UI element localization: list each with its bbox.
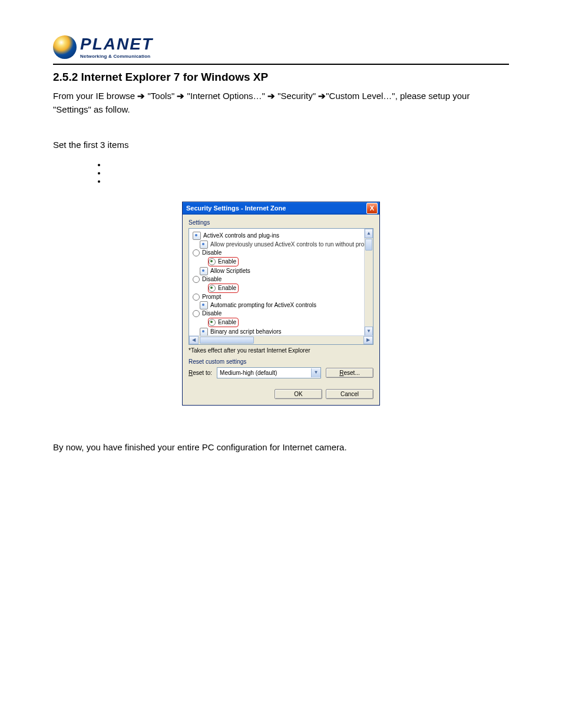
settings-listbox[interactable]: ActiveX controls and plug-ins Allow prev… [189,228,373,345]
titlebar[interactable]: Security Settings - Internet Zone X [183,202,379,215]
select-value: Medium-high (default) [220,370,277,376]
settings-label: Settings [189,219,373,226]
scroll-right-button[interactable]: ▶ [363,336,373,344]
close-icon: X [370,205,374,212]
scroll-up-button[interactable]: ▲ [365,229,373,238]
ok-button[interactable]: OK [275,389,322,399]
arrow-icon: ➔ [137,91,145,101]
subheading: Set the first 3 items [53,139,509,152]
highlight-enable: Enable [208,257,239,266]
activex-icon [193,232,201,240]
radio-disable[interactable]: Disable [193,249,373,256]
list-item [106,177,509,180]
scroll-thumb[interactable] [365,239,372,251]
globe-icon [53,35,77,59]
highlight-enable: Enable [208,284,239,293]
tree-item: Allow Scriptlets [210,268,250,274]
reset-section-label: Reset custom settings [189,358,373,365]
highlight-enable: Enable [208,318,239,327]
arrow-icon: ➔ [177,91,184,101]
separator [53,64,509,65]
list-item [106,160,509,164]
tree-item: Binary and script behaviors [210,328,282,335]
radio-disable[interactable]: Disable [193,310,373,317]
tree-item: Allow previously unused ActiveX controls… [210,241,369,248]
cancel-button[interactable]: Cancel [326,389,373,399]
reset-to-label: Reset to: [189,370,212,376]
horizontal-scrollbar[interactable]: ◀ ▶ [189,335,373,344]
close-button[interactable]: X [366,203,378,214]
section-heading: 2.5.2 Internet Explorer 7 for Windows XP [53,71,509,84]
intro-paragraph: From your IE browse ➔ "Tools" ➔ "Interne… [53,90,509,116]
tree-item: Automatic prompting for ActiveX controls [210,302,316,308]
list-item [106,169,509,172]
brand-name: PLANET [80,36,153,52]
security-settings-dialog: Security Settings - Internet Zone X Sett… [182,202,380,406]
reset-level-select[interactable]: Medium-high (default) ▼ [217,367,321,378]
setting-icon [200,267,208,275]
bullet-list [82,160,509,180]
logo: PLANET Networking & Communication [53,35,509,59]
brand-tagline: Networking & Communication [80,54,153,59]
closing-paragraph: By now, you have finished your entire PC… [53,441,509,454]
arrow-icon: ➔ [318,91,326,101]
setting-icon [200,301,208,309]
dialog-title: Security Settings - Internet Zone [186,205,286,212]
radio-disable[interactable]: Disable [193,276,373,283]
vertical-scrollbar[interactable]: ▲ ▼ [364,229,373,336]
radio-enable[interactable]: Enable [209,258,236,265]
radio-enable[interactable]: Enable [209,319,236,326]
scroll-left-button[interactable]: ◀ [189,336,199,344]
chevron-down-icon[interactable]: ▼ [311,368,320,377]
tree-root: ActiveX controls and plug-ins [203,232,279,239]
setting-icon [200,328,208,336]
radio-enable[interactable]: Enable [209,285,236,292]
setting-icon [200,241,208,249]
reset-button[interactable]: Reset... [326,368,373,378]
arrow-icon: ➔ [267,91,275,101]
scroll-down-button[interactable]: ▼ [365,327,373,336]
radio-prompt[interactable]: Prompt [193,294,373,301]
restart-note: *Takes effect after you restart Internet… [189,347,373,354]
scroll-thumb-h[interactable] [200,337,254,344]
